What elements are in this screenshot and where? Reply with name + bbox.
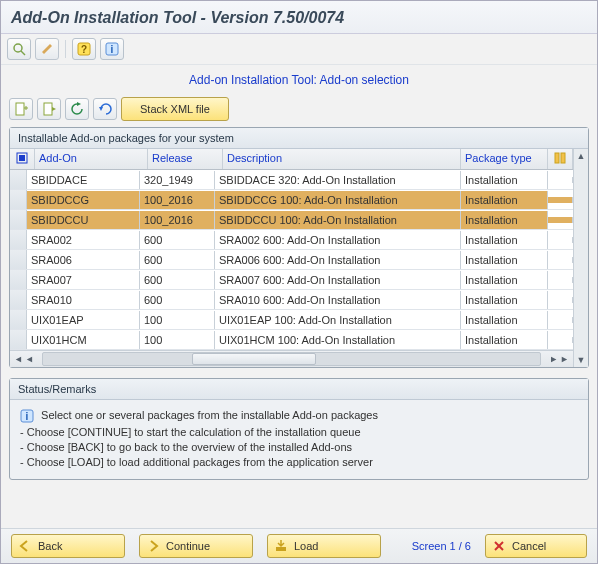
row-selector[interactable] bbox=[10, 250, 27, 269]
refresh-icon bbox=[70, 102, 84, 116]
magnifier-icon bbox=[12, 42, 26, 56]
status-title: Status/Remarks bbox=[10, 379, 588, 400]
hscroll-thumb[interactable] bbox=[192, 353, 316, 365]
cell-description: SBIDDCCG 100: Add-On Installation bbox=[215, 191, 461, 209]
cell-trailing bbox=[548, 337, 573, 343]
row-selector[interactable] bbox=[10, 230, 27, 249]
cell-package-type: Installation bbox=[461, 171, 548, 189]
packages-panel: Installable Add-on packages for your sys… bbox=[9, 127, 589, 368]
table-row[interactable]: SRA010600SRA010 600: Add-On Installation… bbox=[10, 290, 573, 310]
action-btn-3[interactable] bbox=[65, 98, 89, 120]
vscroll: ▲ ▼ bbox=[573, 149, 588, 367]
cell-description: SRA010 600: Add-On Installation bbox=[215, 291, 461, 309]
toolbar-btn-1[interactable] bbox=[7, 38, 31, 60]
help-icon: ? bbox=[77, 42, 91, 56]
vscroll-down[interactable]: ▼ bbox=[577, 353, 586, 367]
cell-trailing bbox=[548, 237, 573, 243]
table-row[interactable]: UIX01EAP100UIX01EAP 100: Add-On Installa… bbox=[10, 310, 573, 330]
table-row[interactable]: SRA002600SRA002 600: Add-On Installation… bbox=[10, 230, 573, 250]
window-title: Add-On Installation Tool - Version 7.50/… bbox=[1, 1, 597, 34]
svg-rect-16 bbox=[276, 547, 286, 551]
cell-addon: UIX01HCM bbox=[27, 331, 140, 349]
vscroll-up[interactable]: ▲ bbox=[577, 149, 586, 163]
row-selector[interactable] bbox=[10, 170, 27, 189]
svg-rect-12 bbox=[555, 153, 559, 163]
col-description[interactable]: Description bbox=[223, 149, 461, 169]
status-text-0: Select one or several packages from the … bbox=[41, 409, 378, 421]
row-selector[interactable] bbox=[10, 270, 27, 289]
cell-release: 100 bbox=[140, 331, 215, 349]
table-row[interactable]: SRA007600SRA007 600: Add-On Installation… bbox=[10, 270, 573, 290]
table-row[interactable]: UIX01HCM100UIX01HCM 100: Add-On Installa… bbox=[10, 330, 573, 350]
cell-trailing bbox=[548, 297, 573, 303]
cell-release: 600 bbox=[140, 231, 215, 249]
continue-button[interactable]: Continue bbox=[139, 534, 253, 558]
hscroll-right[interactable]: ► bbox=[560, 354, 569, 364]
col-addon[interactable]: Add-On bbox=[35, 149, 148, 169]
row-selector[interactable] bbox=[10, 290, 27, 309]
col-release[interactable]: Release bbox=[148, 149, 223, 169]
hscroll-track[interactable] bbox=[42, 352, 541, 366]
hscroll-left[interactable]: ◄ bbox=[14, 354, 23, 364]
load-label: Load bbox=[294, 540, 318, 552]
table-row[interactable]: SBIDDCCU100_2016SBIDDCCU 100: Add-On Ins… bbox=[10, 210, 573, 230]
row-selector[interactable] bbox=[10, 210, 27, 229]
cell-release: 100 bbox=[140, 311, 215, 329]
cell-package-type: Installation bbox=[461, 291, 548, 309]
select-all-column[interactable] bbox=[10, 149, 35, 169]
doc-plus-icon bbox=[14, 102, 28, 116]
hscroll-right-page[interactable]: ► bbox=[549, 354, 558, 364]
row-selector[interactable] bbox=[10, 190, 27, 209]
cell-description: UIX01HCM 100: Add-On Installation bbox=[215, 331, 461, 349]
cell-addon: UIX01EAP bbox=[27, 311, 140, 329]
toolbar-btn-2[interactable] bbox=[35, 38, 59, 60]
cell-description: SBIDDCCU 100: Add-On Installation bbox=[215, 211, 461, 229]
stack-xml-label: Stack XML file bbox=[140, 103, 210, 115]
status-line-2: - Choose [BACK] to go back to the overvi… bbox=[20, 441, 578, 453]
status-line-3: - Choose [LOAD] to load additional packa… bbox=[20, 456, 578, 468]
top-toolbar: ? i bbox=[1, 34, 597, 65]
svg-rect-6 bbox=[16, 103, 24, 115]
cell-trailing bbox=[548, 257, 573, 263]
cancel-button[interactable]: Cancel bbox=[485, 534, 587, 558]
cell-addon: SBIDDCCU bbox=[27, 211, 140, 229]
cell-release: 600 bbox=[140, 291, 215, 309]
action-btn-2[interactable] bbox=[37, 98, 61, 120]
cell-release: 100_2016 bbox=[140, 191, 215, 209]
cell-addon: SRA010 bbox=[27, 291, 140, 309]
table-row[interactable]: SRA006600SRA006 600: Add-On Installation… bbox=[10, 250, 573, 270]
hscroll-left-page[interactable]: ◄ bbox=[25, 354, 34, 364]
continue-label: Continue bbox=[166, 540, 210, 552]
table-row[interactable]: SBIDDCCG100_2016SBIDDCCG 100: Add-On Ins… bbox=[10, 190, 573, 210]
cell-package-type: Installation bbox=[461, 311, 548, 329]
undo-icon bbox=[98, 102, 112, 116]
cell-addon: SRA007 bbox=[27, 271, 140, 289]
col-package-type[interactable]: Package type bbox=[461, 149, 548, 169]
doc-right-icon bbox=[42, 102, 56, 116]
load-button[interactable]: Load bbox=[267, 534, 381, 558]
svg-line-1 bbox=[21, 51, 25, 55]
packages-panel-title: Installable Add-on packages for your sys… bbox=[10, 128, 588, 149]
grid-header: Add-On Release Description Package type bbox=[10, 149, 573, 170]
status-line-1: - Choose [CONTINUE] to start the calcula… bbox=[20, 426, 578, 438]
cell-description: SRA007 600: Add-On Installation bbox=[215, 271, 461, 289]
action-btn-4[interactable] bbox=[93, 98, 117, 120]
action-btn-1[interactable] bbox=[9, 98, 33, 120]
stack-xml-button[interactable]: Stack XML file bbox=[121, 97, 229, 121]
row-selector[interactable] bbox=[10, 330, 27, 349]
svg-rect-11 bbox=[19, 155, 25, 161]
toolbar-info[interactable]: i bbox=[100, 38, 124, 60]
status-line-0: i Select one or several packages from th… bbox=[20, 409, 578, 423]
row-selector[interactable] bbox=[10, 310, 27, 329]
cell-package-type: Installation bbox=[461, 251, 548, 269]
cancel-icon bbox=[492, 539, 506, 553]
back-button[interactable]: Back bbox=[11, 534, 125, 558]
app-window: Add-On Installation Tool - Version 7.50/… bbox=[0, 0, 598, 564]
cell-trailing bbox=[548, 317, 573, 323]
separator bbox=[65, 40, 66, 58]
svg-text:i: i bbox=[26, 411, 29, 422]
toolbar-help[interactable]: ? bbox=[72, 38, 96, 60]
col-config[interactable] bbox=[548, 149, 573, 169]
cell-package-type: Installation bbox=[461, 231, 548, 249]
table-row[interactable]: SBIDDACE320_1949SBIDDACE 320: Add-On Ins… bbox=[10, 170, 573, 190]
